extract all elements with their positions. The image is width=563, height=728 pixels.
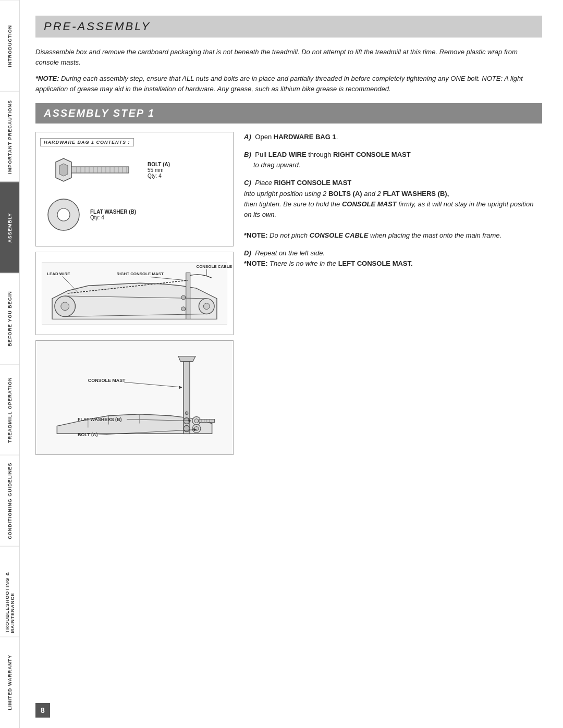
note-paragraph: *NOTE: During each assembly step, ensure… [35, 73, 542, 94]
hardware-bag-label: HARDWARE BAG 1 CONTENTS : [40, 138, 134, 146]
section-header: PRE-ASSEMBLY [35, 16, 542, 38]
svg-point-33 [181, 295, 186, 300]
bolt-diagram [45, 152, 139, 188]
step-title-bold: STEP 1 [113, 107, 155, 119]
step-b-bold2: RIGHT CONSOLE MAST [333, 151, 411, 158]
step-c-intro: Place [255, 179, 274, 187]
page-number: 8 [35, 703, 50, 718]
sidebar-item-treadmill-operation[interactable]: TREADMILL OPERATION [0, 364, 19, 455]
step-c-note-bold: CONSOLE CABLE [310, 231, 369, 239]
treadmill-svg: LEAD WIRE RIGHT CONSOLE MAST CONSOLE CAB… [36, 252, 233, 335]
svg-text:CONSOLE MAST: CONSOLE MAST [88, 378, 126, 383]
bolt-label: BOLT (A) 55 mm Qty: 4 [148, 162, 170, 179]
intro-paragraph: Disassemble box and remove the cardboard… [35, 47, 542, 67]
step-c-note-text: Do not pinch [268, 231, 310, 239]
svg-point-34 [181, 307, 186, 311]
step-c-letter: C) [244, 179, 251, 187]
step-c-normal2: and 2 [362, 190, 383, 198]
step-d-letter: D) [244, 249, 251, 257]
sidebar-item-important-precautions[interactable]: IMPORTANT PRECAUTIONS [0, 91, 19, 182]
svg-text:CONSOLE CABLE: CONSOLE CABLE [197, 264, 232, 269]
content-area: HARDWARE BAG 1 CONTENTS : [35, 132, 542, 455]
step-b-middle: through [307, 151, 333, 158]
washer-diagram [45, 196, 82, 233]
sidebar: INTRODUCTION IMPORTANT PRECAUTIONS ASSEM… [0, 0, 20, 728]
step-c-normal3: then tighten. Be sure to hold the [244, 200, 342, 208]
step-c-bold4: CONSOLE MAST [342, 200, 397, 208]
step-title: ASSEMBLY STEP 1 [44, 107, 534, 119]
step-c-normal1: into upright position using 2 [244, 190, 328, 198]
washer-item: FLAT WASHER (B) Qty: 4 [45, 196, 224, 233]
instruction-a: A) Open HARDWARE BAG 1. [244, 132, 542, 142]
bolt-item: BOLT (A) 55 mm Qty: 4 [45, 152, 224, 188]
step-b-bold1: LEAD WIRE [268, 151, 307, 158]
svg-text:LEAD WIRE: LEAD WIRE [47, 272, 70, 276]
sidebar-item-before-you-begin[interactable]: BEFORE YOU BEGIN [0, 273, 19, 364]
sidebar-item-limited-warranty[interactable]: LIMITED WARRANTY [0, 637, 19, 728]
step-a-letter: A) [244, 133, 251, 141]
svg-rect-2 [71, 167, 129, 173]
section-title: PRE-ASSEMBLY [44, 20, 534, 33]
note-content: During each assembly step, ensure that A… [35, 75, 523, 93]
svg-text:RIGHT CONSOLE MAST: RIGHT CONSOLE MAST [116, 272, 163, 276]
washer-label: FLAT WASHER (B) Qty: 4 [90, 209, 136, 220]
step-a-text-end: . [336, 133, 338, 141]
svg-point-38 [183, 426, 190, 432]
diagrams-column: HARDWARE BAG 1 CONTENTS : [35, 132, 234, 455]
instruction-b: B) Pull LEAD WIRE through RIGHT CONSOLE … [244, 150, 542, 170]
step-d-note-label: *NOTE: [244, 260, 268, 267]
svg-point-17 [57, 208, 70, 221]
step-c-note-label: *NOTE: [244, 231, 268, 239]
step-d-text: Repeat on the left side. [255, 249, 325, 257]
sidebar-item-introduction[interactable]: INTRODUCTION [0, 0, 19, 91]
step-d-note-bold: LEFT CONSOLE MAST. [338, 260, 413, 267]
step-header: ASSEMBLY STEP 1 [35, 103, 542, 124]
step-d-note-text: There is no wire in the [268, 260, 338, 267]
step-c-bold3: FLAT WASHERS (B), [383, 190, 449, 198]
step-a-text-normal: Open [255, 133, 273, 141]
treadmill-diagram: LEAD WIRE RIGHT CONSOLE MAST CONSOLE CAB… [35, 252, 234, 335]
step-c-bold2: BOLTS (A) [328, 190, 362, 198]
sidebar-item-conditioning-guidelines[interactable]: CONDITIONING GUIDELINES [0, 455, 19, 546]
step-b-letter: B) [244, 151, 251, 158]
instruction-d: D) Repeat on the left side. *NOTE: There… [244, 248, 542, 269]
svg-point-30 [203, 303, 210, 310]
instructions-column: A) Open HARDWARE BAG 1. B) Pull LEAD WIR… [244, 132, 542, 455]
step-c-note-end: when placing the mast onto the main fram… [368, 231, 501, 239]
sidebar-item-assembly[interactable]: ASSEMBLY [0, 182, 19, 273]
svg-point-28 [61, 302, 69, 311]
step-b-end: to drag upward. [244, 161, 300, 169]
note-label: *NOTE: [35, 75, 59, 82]
mast-diagram: CONSOLE MAST FLAT WASHERS (B) BOLT (A) [35, 340, 234, 455]
svg-text:FLAT WASHERS (B): FLAT WASHERS (B) [78, 417, 121, 422]
svg-rect-35 [36, 341, 233, 454]
sidebar-item-troubleshooting[interactable]: TROUBLESHOOTING & MAINTENANCE [0, 546, 19, 637]
main-content: PRE-ASSEMBLY Disassemble box and remove … [20, 0, 563, 728]
hardware-items: BOLT (A) 55 mm Qty: 4 [40, 150, 229, 235]
svg-point-40 [194, 419, 199, 423]
hardware-bag-diagram: HARDWARE BAG 1 CONTENTS : [35, 132, 234, 246]
step-b-text-normal: Pull [255, 151, 268, 158]
step-title-italic: ASSEMBLY [44, 107, 113, 119]
step-c-bold1: RIGHT CONSOLE MAST [274, 179, 351, 187]
instruction-c: C) Place RIGHT CONSOLE MAST into upright… [244, 178, 542, 241]
svg-point-58 [185, 412, 188, 415]
svg-text:BOLT (A): BOLT (A) [78, 432, 97, 437]
svg-marker-1 [59, 164, 68, 176]
svg-rect-19 [186, 273, 190, 319]
step-a-text-bold: HARDWARE BAG 1 [274, 133, 336, 141]
mast-svg: CONSOLE MAST FLAT WASHERS (B) BOLT (A) [36, 341, 233, 454]
